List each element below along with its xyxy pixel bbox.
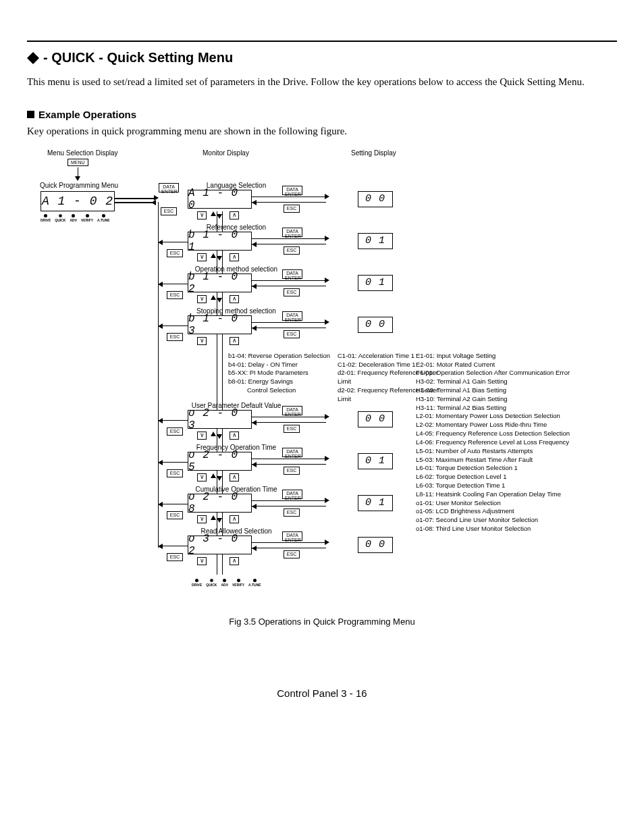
data-enter-button[interactable]: DATA ENTER [282,531,302,541]
monitor-display: b 1 - 0 1 [188,232,252,251]
setting-display: 0 0 [358,537,393,553]
up-button[interactable]: ∧ [230,473,239,481]
up-button[interactable]: ∧ [230,253,239,261]
subheading: Example Operations [27,109,617,120]
data-enter-button[interactable]: DATA ENTER [282,448,302,457]
figure-caption: Fig 3.5 Operations in Quick Programming … [27,617,617,627]
right-params: E1-01: Input Voltage Setting E2-01: Moto… [416,352,612,533]
monitor-display: b 1 - 0 3 [188,315,252,334]
up-button[interactable]: ∧ [230,432,239,440]
esc-button[interactable]: ESC [167,291,183,299]
data-enter-button[interactable]: DATA ENTER [282,228,302,237]
up-button[interactable]: ∧ [230,557,239,565]
diagram: Menu Selection Display Monitor Display S… [27,149,614,608]
down-button[interactable]: ∨ [197,473,207,481]
monitor-display: b 1 - 0 2 [188,273,252,292]
esc-button[interactable]: ESC [167,333,183,341]
led-row-left: DRIVE QUICK ADV VERIFY A.TUNE [41,214,110,222]
setting-display: 0 0 [358,317,393,333]
data-enter-button[interactable]: DATA ENTER [159,183,179,192]
esc-button[interactable]: ESC [167,427,183,436]
esc-button[interactable]: ESC [167,469,183,477]
esc-button[interactable]: ESC [284,246,300,255]
down-button[interactable]: ∨ [197,253,207,261]
mid-params-col1: b1-04: Reverse Operation Selection b4-01… [228,352,336,395]
header-monitor: Monitor Display [203,149,249,157]
menu-button[interactable]: MENU [68,159,88,166]
data-enter-button[interactable]: DATA ENTER [282,269,302,279]
monitor-display: A 1 - 0 0 [188,190,252,209]
data-enter-button[interactable]: DATA ENTER [282,490,302,499]
setting-display: 0 1 [358,495,393,511]
data-enter-button[interactable]: DATA ENTER [282,186,302,195]
down-button[interactable]: ∨ [197,211,207,219]
section-title-text: - QUICK - Quick Setting Menu [43,50,233,66]
header-setting: Setting Display [351,149,396,157]
monitor-display: o 3 - 0 2 [188,536,252,554]
esc-button[interactable]: ESC [284,550,300,558]
down-button[interactable]: ∨ [197,432,207,440]
header-menu-selection: Menu Selection Display [47,149,118,157]
data-enter-button[interactable]: DATA ENTER [282,406,302,415]
lead-paragraph: Key operations in quick programming menu… [27,126,617,137]
up-button[interactable]: ∧ [230,337,239,345]
monitor-display: o 2 - 0 3 [188,410,252,429]
square-bullet-icon [27,111,34,118]
setting-display: 0 1 [358,233,393,249]
subheading-text: Example Operations [38,109,136,120]
setting-display: 0 1 [358,453,393,469]
esc-button[interactable]: ESC [167,249,183,257]
up-button[interactable]: ∧ [230,211,239,219]
esc-button[interactable]: ESC [161,207,177,215]
up-button[interactable]: ∧ [230,515,239,523]
esc-button[interactable]: ESC [284,509,300,517]
down-button[interactable]: ∨ [197,557,207,565]
down-button[interactable]: ∨ [197,295,207,303]
down-button[interactable]: ∨ [197,337,207,345]
intro-paragraph: This menu is used to set/read a limited … [27,75,617,90]
monitor-display: o 2 - 0 8 [188,494,252,513]
esc-button[interactable]: ESC [167,553,183,561]
quick-prog-label: Quick Programming Menu [35,182,123,189]
data-enter-button[interactable]: DATA ENTER [282,311,302,321]
setting-display: 0 0 [358,411,393,427]
page-footer: Control Panel 3 - 16 [27,687,617,699]
section-heading: - QUICK - Quick Setting Menu [27,50,617,66]
diamond-icon [27,46,39,58]
esc-button[interactable]: ESC [167,511,183,519]
monitor-display: o 2 - 0 5 [188,452,252,471]
esc-button[interactable]: ESC [284,425,300,433]
menu-display: A 1 - 0 2 [41,191,115,211]
led-row-bottom: DRIVE QUICK ADV VERIFY A.TUNE [192,579,261,587]
setting-display: 0 0 [358,191,393,207]
esc-button[interactable]: ESC [284,288,300,296]
esc-button[interactable]: ESC [284,467,300,475]
esc-button[interactable]: ESC [284,205,300,213]
up-button[interactable]: ∧ [230,295,239,303]
setting-display: 0 1 [358,275,393,291]
down-button[interactable]: ∨ [197,515,207,523]
esc-button[interactable]: ESC [284,330,300,338]
